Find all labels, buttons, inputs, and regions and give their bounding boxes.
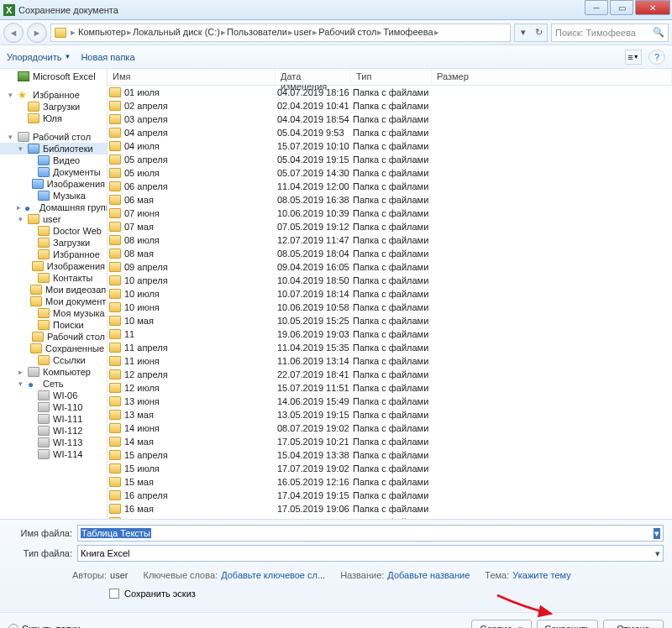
hide-folders-button[interactable]: ^ Скрыть папки <box>8 624 81 628</box>
theme-value[interactable]: Укажите тему <box>512 570 570 580</box>
search-input[interactable]: Поиск: Тимофеева 🔍 <box>551 24 669 42</box>
col-type[interactable]: Тип <box>351 69 432 85</box>
file-row[interactable]: 06 мая08.05.2019 16:38Папка с файлами <box>108 193 672 207</box>
tree-item[interactable]: Изображения <box>0 260 107 272</box>
forward-button[interactable]: ► <box>27 23 47 43</box>
file-row[interactable]: 14 июня08.07.2019 19:02Папка с файлами <box>108 421 672 435</box>
file-row[interactable]: 10 апреля10.04.2019 18:50Папка с файлами <box>108 274 672 287</box>
tree-item[interactable]: Контакты <box>0 272 107 284</box>
file-row[interactable]: 03 апреля04.04.2019 18:54Папка с файлами <box>108 113 672 126</box>
file-row[interactable]: 09 апреля09.04.2019 16:05Папка с файлами <box>108 260 672 274</box>
breadcrumb-item[interactable]: Пользователи <box>227 27 287 37</box>
expander-icon[interactable]: ▸ <box>17 368 24 376</box>
expander-icon[interactable]: ▾ <box>17 215 24 223</box>
tree-item[interactable]: ▸●Домашняя групп <box>0 201 107 213</box>
tree-item[interactable]: Изображения <box>0 178 107 190</box>
file-row[interactable]: 12 апреля22.07.2019 18:41Папка с файлами <box>108 368 672 381</box>
file-row[interactable]: 07 мая07.05.2019 19:12Папка с файлами <box>108 220 672 233</box>
file-row[interactable]: 12 июля15.07.2019 11:51Папка с файлами <box>108 381 672 395</box>
file-row[interactable]: 10 июня10.06.2019 10:58Папка с файлами <box>108 301 672 314</box>
filetype-combo[interactable]: Книга Excel▾ <box>77 545 664 562</box>
navigation-tree[interactable]: Microsoft Excel▾★ИзбранноеЗагрузкиЮля▾Ра… <box>0 69 108 519</box>
help-button[interactable]: ? <box>648 50 665 65</box>
breadcrumb-item[interactable]: Рабочий стол <box>318 27 376 37</box>
file-row[interactable]: 11 апреля11.04.2019 15:35Папка с файлами <box>108 341 672 354</box>
back-button[interactable]: ◄ <box>3 23 24 43</box>
minimize-button[interactable]: ─ <box>585 0 608 15</box>
file-row[interactable]: 04 июля15.07.2019 10:10Папка с файлами <box>108 139 672 153</box>
col-name[interactable]: Имя <box>108 69 276 85</box>
file-row[interactable]: 07 июня10.06.2019 10:39Папка с файлами <box>108 207 672 220</box>
file-row[interactable]: 1119.06.2019 19:03Папка с файлами <box>108 327 672 341</box>
tree-item[interactable]: Ссылки <box>0 354 107 366</box>
tree-item[interactable]: Рабочий стол <box>0 331 107 343</box>
file-row[interactable]: 05 июля05.07.2019 14:30Папка с файлами <box>108 166 672 180</box>
file-row[interactable]: 04 апреля05.04.2019 9:53Папка с файлами <box>108 126 672 139</box>
file-row[interactable]: 10 мая10.05.2019 15:25Папка с файлами <box>108 314 672 327</box>
keywords-value[interactable]: Добавьте ключевое сл... <box>221 570 325 580</box>
tree-item[interactable]: Мои документы <box>0 296 107 307</box>
tree-item[interactable]: WI-111 <box>0 413 107 425</box>
maximize-button[interactable]: ▭ <box>610 0 633 15</box>
file-row[interactable]: 02 апреля02.04.2019 10:41Папка с файлами <box>108 99 672 113</box>
file-row[interactable]: 14 мая17.05.2019 10:21Папка с файлами <box>108 435 672 448</box>
col-size[interactable]: Размер <box>432 69 672 85</box>
tree-item[interactable]: ▾●Сеть <box>0 378 107 390</box>
tools-button[interactable]: Сервис▼ <box>471 620 532 628</box>
file-row[interactable]: 06 апреля11.04.2019 12:00Папка с файлами <box>108 180 672 193</box>
tree-item[interactable]: Избранное <box>0 249 107 260</box>
tree-item[interactable]: Музыка <box>0 190 107 201</box>
chevron-down-icon[interactable]: ▾ <box>655 548 660 559</box>
expander-icon[interactable]: ▾ <box>17 144 24 153</box>
file-row[interactable]: 15 мая16.05.2019 12:16Папка с файлами <box>108 475 672 489</box>
breadcrumb-item[interactable]: Тимофеева <box>383 27 433 37</box>
thumbnail-checkbox[interactable] <box>109 589 119 599</box>
tree-item[interactable]: Загрузки <box>0 237 107 249</box>
new-folder-button[interactable]: Новая папка <box>81 52 134 62</box>
filename-input[interactable]: Таблица Тексты▾ <box>77 525 664 542</box>
file-row[interactable]: 17 апреля18.04.2019 9:04Папка с файлами <box>108 515 672 519</box>
tree-item[interactable]: Мои видеозапи <box>0 284 107 296</box>
expander-icon[interactable]: ▾ <box>7 133 14 141</box>
file-row[interactable]: 08 июля12.07.2019 11:47Папка с файлами <box>108 233 672 247</box>
tree-item[interactable]: Поиски <box>0 319 107 331</box>
authors-value[interactable]: user <box>110 570 128 580</box>
file-row[interactable]: 13 июня14.06.2019 15:49Папка с файлами <box>108 395 672 408</box>
tree-item[interactable]: WI-113 <box>0 437 107 448</box>
column-headers[interactable]: Имя Дата изменения Тип Размер <box>108 69 672 86</box>
tree-item[interactable]: ▸Компьютер <box>0 366 107 378</box>
tree-item[interactable]: Сохраненные и <box>0 343 107 354</box>
refresh-button[interactable]: ▾↻ <box>514 24 548 42</box>
close-button[interactable]: ✕ <box>635 0 670 15</box>
tree-item[interactable]: WI-114 <box>0 448 107 460</box>
file-row[interactable]: 05 апреля05.04.2019 19:15Папка с файлами <box>108 153 672 166</box>
breadcrumb-item[interactable]: Компьютер <box>78 27 126 37</box>
breadcrumb-item[interactable]: Локальный диск (C:) <box>133 27 220 37</box>
breadcrumb-item[interactable]: user <box>294 27 312 37</box>
address-bar[interactable]: ▸ Компьютер▸Локальный диск (C:)▸Пользова… <box>50 24 511 42</box>
tree-item[interactable]: ▾Библиотеки <box>0 143 107 154</box>
expander-icon[interactable]: ▾ <box>17 379 24 388</box>
tree-item[interactable]: Загрузки <box>0 101 107 113</box>
file-row[interactable]: 15 апреля15.04.2019 13:38Папка с файлами <box>108 448 672 462</box>
expander-icon[interactable]: ▾ <box>7 91 14 99</box>
title-value[interactable]: Добавьте название <box>387 570 470 580</box>
expander-icon[interactable]: ▸ <box>17 203 21 212</box>
file-row[interactable]: 16 мая17.05.2019 19:06Папка с файлами <box>108 502 672 515</box>
tree-item[interactable]: Видео <box>0 154 107 166</box>
save-button[interactable]: Сохранить <box>537 620 598 628</box>
view-button[interactable]: ≡ ▼ <box>625 50 642 65</box>
chevron-down-icon[interactable]: ▾ <box>654 528 660 539</box>
tree-item[interactable]: Microsoft Excel <box>0 71 107 82</box>
tree-item[interactable]: Юля <box>0 113 107 124</box>
file-row[interactable]: 01 июля04.07.2019 18:16Папка с файлами <box>108 86 672 99</box>
tree-item[interactable]: Doctor Web <box>0 225 107 237</box>
file-row[interactable]: 11 июня11.06.2019 13:14Папка с файлами <box>108 354 672 368</box>
tree-item[interactable]: WI-06 <box>0 390 107 401</box>
file-row[interactable]: 10 июля10.07.2019 18:14Папка с файлами <box>108 287 672 301</box>
tree-item[interactable]: Документы <box>0 166 107 178</box>
tree-item[interactable]: ▾user <box>0 213 107 225</box>
tree-item[interactable]: ▾Рабочий стол <box>0 131 107 143</box>
organize-button[interactable]: Упорядочить ▼ <box>7 52 71 62</box>
tree-item[interactable]: ▾★Избранное <box>0 89 107 101</box>
